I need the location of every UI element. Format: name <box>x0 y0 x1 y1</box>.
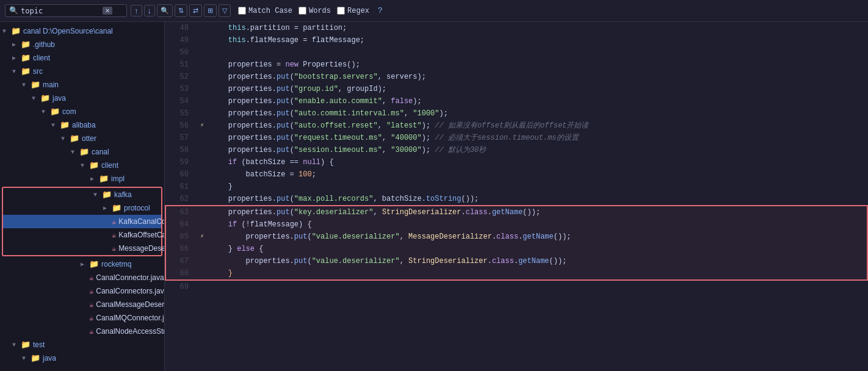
tree-label-CanalMQConnector: CanalMQConnector.java <box>96 314 165 322</box>
search-input[interactable] <box>21 7 100 15</box>
file-icon-KafkaOffsetCanalConnector: ☕ <box>112 231 116 240</box>
line-gutter-59 <box>196 156 208 168</box>
tree-item-test[interactable]: 📁 test <box>0 338 164 351</box>
tree-item-CanalNodeAccessStrategy[interactable]: ☕ CanalNodeAccessStrategy.java <box>0 325 164 338</box>
line-gutter-50 <box>196 46 208 59</box>
line-gutter-54 <box>196 95 208 107</box>
line-number-61: 61 <box>165 181 196 193</box>
line-number-60: 60 <box>165 168 196 181</box>
tree-item-impl[interactable]: 📁 impl <box>0 172 164 186</box>
file-icon-CanalConnectors: ☕ <box>89 287 93 296</box>
tree-label-protocol: protocol <box>124 204 150 212</box>
line-code-49: this.flatMessage = flatMessage; <box>208 34 867 46</box>
line-code-65: properties.put("value.deserializer", Mes… <box>208 231 867 243</box>
line-gutter-69 <box>196 280 208 293</box>
line-number-69: 69 <box>165 280 196 293</box>
line-gutter-51 <box>196 59 208 71</box>
code-line-50: 50 <box>165 46 867 59</box>
regex-option[interactable]: Regex <box>337 7 369 15</box>
tree-item-com[interactable]: 📁 com <box>0 105 164 118</box>
tree-label-CanalConnector: CanalConnector.java <box>96 273 164 282</box>
help-icon[interactable]: ? <box>378 6 383 15</box>
action-btn-2[interactable]: ⇄ <box>189 4 202 17</box>
line-code-60: batchSize = 100; <box>208 168 867 181</box>
tree-item-github[interactable]: 📁 .github <box>0 38 164 51</box>
tree-root[interactable]: 📁 canal D:\OpenSource\canal <box>0 24 164 38</box>
tree-arrow-root <box>2 28 11 35</box>
filter-btn[interactable]: ▽ <box>219 4 231 17</box>
tree-item-client2[interactable]: 📁 client <box>0 159 164 172</box>
line-gutter-61 <box>196 181 208 193</box>
line-gutter-60 <box>196 168 208 181</box>
find-action-button[interactable]: 🔍 <box>157 4 173 17</box>
regex-checkbox[interactable] <box>337 7 345 15</box>
tree-label-canal-nested: canal <box>92 148 109 156</box>
line-number-65: 65 <box>165 231 196 243</box>
words-checkbox[interactable] <box>298 7 306 15</box>
line-code-63: properties.put("key.deserializer", Strin… <box>208 206 867 218</box>
search-input-wrapper: 🔍 ✕ <box>5 4 127 17</box>
tree-item-java-test[interactable]: 📁 java <box>0 351 164 365</box>
tree-item-CanalMessageDeserializer[interactable]: ☕ CanalMessageDeserializer.java <box>0 298 164 311</box>
folder-icon-main: 📁 <box>31 80 40 90</box>
code-area[interactable]: 48 this.partition = partition;49 this.fl… <box>165 22 868 371</box>
line-number-55: 55 <box>165 107 196 120</box>
tree-item-CanalConnectors[interactable]: ☕ CanalConnectors.java <box>0 284 164 298</box>
line-number-52: 52 <box>165 71 196 83</box>
action-btn-3[interactable]: ⊞ <box>204 4 217 17</box>
line-gutter-52 <box>196 71 208 83</box>
tree-label-main: main <box>43 81 59 89</box>
tree-item-protocol[interactable]: 📁 protocol <box>3 201 161 215</box>
line-gutter-55 <box>196 107 208 120</box>
tree-item-src[interactable]: 📁 src <box>0 65 164 78</box>
tree-item-rocketmq[interactable]: 📁 rocketmq <box>0 258 164 271</box>
action-btn-1[interactable]: ⇅ <box>175 4 187 17</box>
tree-item-CanalMQConnector[interactable]: ☕ CanalMQConnector.java <box>0 311 164 325</box>
tree-label-MessageDeserializer: MessageDeserializer.java <box>118 244 165 253</box>
tree-label-client: client <box>33 54 50 62</box>
code-line-66: 66 } else { <box>165 243 867 255</box>
search-clear-button[interactable]: ✕ <box>103 7 112 15</box>
tree-arrow-rocketmq <box>81 261 89 268</box>
line-code-64: if (!flatMessage) { <box>208 218 867 231</box>
code-table: 48 this.partition = partition;49 this.fl… <box>165 22 868 293</box>
tree-item-java[interactable]: 📁 java <box>0 92 164 105</box>
tree-item-client[interactable]: 📁 client <box>0 51 164 65</box>
code-line-54: 54 properties.put("enable.auto.commit", … <box>165 95 867 107</box>
code-line-63: 63 properties.put("key.deserializer", St… <box>165 206 867 218</box>
tree-item-MessageDeserializer[interactable]: ☕ MessageDeserializer.java <box>3 242 161 255</box>
line-code-55: properties.put("auto.commit.interval.ms"… <box>208 107 867 120</box>
code-line-69: 69 <box>165 280 867 293</box>
words-option[interactable]: Words <box>298 7 331 15</box>
next-match-button[interactable]: ↓ <box>144 5 156 16</box>
tree-arrow-kafka <box>93 192 102 198</box>
line-gutter-68 <box>196 267 208 280</box>
line-code-52: properties.put("bootstrap.servers", serv… <box>208 71 867 83</box>
folder-icon-client: 📁 <box>21 53 31 63</box>
tree-arrow-client2 <box>81 162 89 169</box>
match-case-label: Match Case <box>248 7 292 15</box>
tree-item-CanalConnector[interactable]: ☕ CanalConnector.java <box>0 271 164 284</box>
search-icon: 🔍 <box>9 6 18 15</box>
prev-match-button[interactable]: ↑ <box>131 5 142 16</box>
tree-item-kafka[interactable]: 📁 kafka <box>3 188 161 201</box>
tree-arrow-protocol <box>103 204 112 212</box>
tree-item-KafkaOffsetCanalConnector[interactable]: ☕ KafkaOffsetCanalConnector.java <box>3 228 161 242</box>
tree-item-alibaba[interactable]: 📁 alibaba <box>0 118 164 132</box>
match-case-option[interactable]: Match Case <box>238 7 292 15</box>
tree-label-CanalNodeAccessStrategy: CanalNodeAccessStrategy.java <box>96 327 165 336</box>
tree-item-otter[interactable]: 📁 otter <box>0 132 164 145</box>
tree-item-main[interactable]: 📁 main <box>0 78 164 92</box>
line-code-57: properties.put("request.timeout.ms", "40… <box>208 132 867 144</box>
line-number-56: 56 <box>165 120 196 132</box>
line-gutter-48 <box>196 22 208 34</box>
tree-item-KafkaCanalConnector[interactable]: ☕ KafkaCanalConnector.java <box>3 215 161 228</box>
file-icon-KafkaCanalConnector: ☕ <box>112 217 116 226</box>
line-number-49: 49 <box>165 34 196 46</box>
tree-label-CanalMessageDeserializer: CanalMessageDeserializer.java <box>96 300 165 309</box>
line-number-57: 57 <box>165 132 196 144</box>
tree-label-CanalConnectors: CanalConnectors.java <box>96 287 165 295</box>
match-case-checkbox[interactable] <box>238 7 246 15</box>
tree-item-canal-nested[interactable]: 📁 canal <box>0 145 164 159</box>
line-gutter-62 <box>196 193 208 206</box>
